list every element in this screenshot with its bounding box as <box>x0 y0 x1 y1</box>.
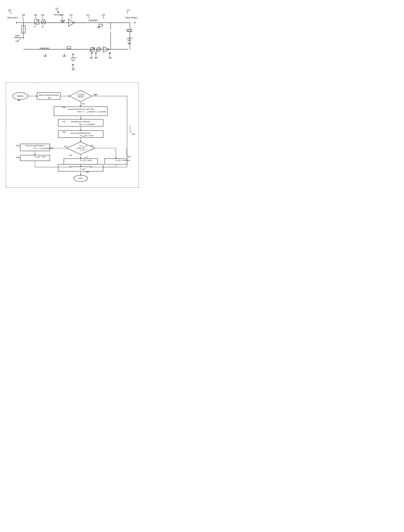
svg-marker-23 <box>44 21 44 22</box>
svg-marker-130 <box>80 174 81 175</box>
circuit-diagram: 103 Signal Input 106 Input Reference 130… <box>6 4 139 79</box>
ref-527: 527 <box>16 145 19 146</box>
compute-text3: c <box>86 111 87 113</box>
find-max-text2: H(m <box>79 123 82 125</box>
svg-text:108: 108 <box>34 14 37 16</box>
collinear-text1: Is θ <box>80 145 82 146</box>
find-max-box <box>58 119 103 127</box>
candidate-text5: k <box>90 135 91 137</box>
yes-label-top: YES <box>81 103 85 105</box>
theta-nk-text3: (k) = n <box>38 156 43 158</box>
candidate-text3: cand <box>82 135 85 137</box>
exit-label: EXIT <box>79 177 83 179</box>
compute-text5: s <box>98 111 99 113</box>
svg-text:148: 148 <box>128 42 131 44</box>
svg-marker-55 <box>72 53 74 55</box>
yes-label-collinear: YES <box>64 146 67 147</box>
theta-nk-text2: nc <box>36 156 38 158</box>
no-label-collinear: NO <box>69 154 72 156</box>
collinear-text7: (k-1) ? <box>83 149 87 151</box>
svg-text:130: 130 <box>15 40 19 42</box>
svg-marker-65 <box>95 52 96 53</box>
svg-text:142: 142 <box>94 57 98 59</box>
retrieve-grad-box <box>37 93 60 100</box>
svg-marker-113 <box>34 154 36 155</box>
compute-text1: Compute Projections for each mΔθ <box>68 108 94 110</box>
svg-marker-91 <box>36 95 37 97</box>
theta-mk-text5: Δθ <box>90 159 92 161</box>
ref-506: 506 <box>95 94 98 95</box>
svg-rect-82 <box>127 29 131 32</box>
theta-undef-text2: nc <box>117 160 119 162</box>
svg-line-39 <box>103 16 104 19</box>
svg-line-12 <box>18 39 20 41</box>
theta-mk-text4: k <box>89 160 89 162</box>
svg-marker-62 <box>91 52 93 53</box>
ref-533: 533 <box>128 156 131 158</box>
svg-marker-43 <box>134 22 136 23</box>
svg-text:127: 127 <box>127 9 130 11</box>
svg-marker-58 <box>72 64 74 65</box>
svg-text:124: 124 <box>102 14 105 16</box>
theta-nk-text5: Δθ <box>43 156 45 158</box>
ref-524: 524 <box>86 171 89 173</box>
svg-text:Test: Test <box>71 59 75 61</box>
svg-marker-97 <box>80 106 81 107</box>
svg-text:Loop 1: Loop 1 <box>71 57 77 59</box>
ref-530: 530 <box>16 156 19 158</box>
collinear-text4: collinear with <box>76 147 85 149</box>
theta-nk-text4: k <box>43 156 43 158</box>
find-next-text1: Find next Largest Projection <box>25 145 45 146</box>
find-max-text1: Find Maximum Projection <box>71 121 90 122</box>
store-text2: θ <box>80 168 81 170</box>
candidate-text6: Δθ <box>91 134 93 136</box>
svg-marker-100 <box>80 118 81 119</box>
svg-marker-4 <box>16 22 18 23</box>
svg-marker-17 <box>38 20 38 21</box>
svg-text:Signal Input: Signal Input <box>7 16 17 19</box>
find-next-text4: ) = next_largest{H(m)} <box>38 147 53 149</box>
svg-marker-103 <box>80 130 81 131</box>
retrieve-grad-text3: grad <box>48 97 51 99</box>
svg-text:103: 103 <box>8 9 11 11</box>
theta-undef-text3: (k) = undefined <box>119 159 130 161</box>
svg-text:α₁: α₁ <box>34 25 36 28</box>
theta-nk-text1: θ <box>35 156 36 158</box>
svg-line-37 <box>88 16 89 19</box>
svg-text:Signal Output: Signal Output <box>126 16 137 19</box>
svg-text:145: 145 <box>108 57 112 59</box>
ref-518: 518 <box>91 145 93 146</box>
svg-text:112: 112 <box>55 7 58 10</box>
compute-text4: cos(mΔθ) + n <box>87 111 97 113</box>
svg-text:Test: Test <box>127 39 131 41</box>
svg-line-30 <box>62 16 63 20</box>
svg-line-32 <box>71 16 71 19</box>
collinear-text3: (k) <box>85 145 87 146</box>
candidate-text1: Use as Candidate Direction <box>70 132 91 134</box>
find-max-text4: ) = max{H(m)} <box>84 123 95 125</box>
diamond-text2: Defined? <box>78 96 84 98</box>
svg-marker-77 <box>109 52 111 54</box>
store-text4: (k) <box>83 168 85 170</box>
svg-marker-110 <box>80 158 81 159</box>
svg-rect-59 <box>67 47 71 49</box>
candidate-text4: (k) = m <box>85 134 90 136</box>
collinear-text6: nc <box>82 150 83 151</box>
diamond-text1: Is Gradient <box>77 94 84 96</box>
svg-line-14 <box>35 16 37 20</box>
theta-mk-text2: nc <box>82 160 83 162</box>
collinear-text2: cand <box>83 146 85 147</box>
svg-marker-27 <box>57 12 59 13</box>
find-next-text3: k <box>38 148 38 150</box>
svg-text:Input: Input <box>15 34 20 36</box>
svg-line-1 <box>9 11 12 14</box>
svg-text:118: 118 <box>69 14 73 16</box>
svg-text:109: 109 <box>41 14 44 16</box>
find-max-text3: k <box>83 124 84 125</box>
svg-text:φ₁: φ₁ <box>42 25 44 28</box>
retrieve-grad-text1: Retrieve Gradient Direction <box>38 94 59 96</box>
svg-text:106: 106 <box>22 14 25 16</box>
compute-text2: H(m) = n <box>77 111 84 113</box>
flowchart-section: 315 ENTER 503 Retrieve Gradient Directio… <box>6 82 139 188</box>
candidate-text2: θ <box>80 134 81 136</box>
